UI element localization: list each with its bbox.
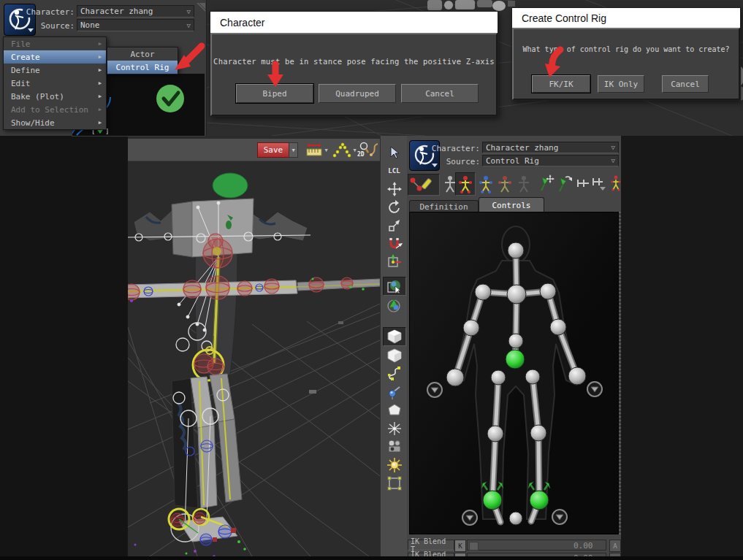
rotate-sphere-icon[interactable] bbox=[384, 296, 405, 314]
save-menu-arrow-icon[interactable]: ▼ bbox=[289, 142, 298, 158]
submenu-arrow-icon: ▶ bbox=[99, 80, 102, 86]
ik-blend-t-label: IK Blend T bbox=[408, 540, 454, 551]
menu-item-edit[interactable]: Edit ▶ bbox=[4, 77, 106, 90]
marker-pen-icon bbox=[422, 178, 432, 189]
source-select[interactable]: None ▽ bbox=[77, 19, 194, 31]
character-blue-figure-icon[interactable] bbox=[477, 174, 495, 194]
red-arrow-to-biped bbox=[264, 60, 286, 89]
local-axis-lcl-icon[interactable]: LCL bbox=[384, 162, 405, 180]
menu-item-bake-plot[interactable]: Bake (Plot) ▶ bbox=[4, 90, 106, 103]
joint-center-bottom[interactable] bbox=[509, 512, 522, 525]
rotate-icon[interactable] bbox=[384, 199, 405, 216]
spline-icon[interactable] bbox=[384, 365, 405, 383]
select-cursor-icon[interactable] bbox=[384, 144, 405, 161]
sphere-select-icon[interactable] bbox=[383, 277, 406, 296]
pin-rotate-icon[interactable] bbox=[556, 172, 574, 194]
red-arrow-to-control-rig bbox=[168, 40, 206, 75]
left-empty-area bbox=[0, 136, 128, 560]
menu-item-show-hide[interactable]: Show/Hide ▶ bbox=[4, 116, 106, 129]
save-button[interactable]: Save bbox=[257, 142, 289, 158]
cube-icon[interactable] bbox=[384, 347, 405, 364]
right-hand-expander[interactable] bbox=[587, 382, 602, 396]
camera-icon[interactable] bbox=[384, 438, 405, 456]
menu-item-define[interactable]: Define ▶ bbox=[4, 64, 106, 77]
cancel-button[interactable]: Cancel bbox=[401, 84, 479, 103]
character-field-label: Character: bbox=[0, 7, 75, 17]
light-icon[interactable] bbox=[384, 456, 405, 474]
ik-blend-t-value: 0.00 bbox=[574, 541, 593, 551]
right-foot-expander[interactable] bbox=[552, 510, 567, 524]
pin-translate-icon[interactable] bbox=[537, 172, 556, 194]
joint-spine[interactable] bbox=[508, 334, 523, 348]
joint-right-knee[interactable] bbox=[530, 425, 546, 441]
submenu-arrow-icon: ▶ bbox=[99, 107, 102, 112]
character-dialog-message: Character must be in stance pose facing … bbox=[212, 57, 496, 66]
joint-right-hand[interactable] bbox=[568, 367, 586, 385]
submenu-item-actor[interactable]: Actor bbox=[107, 47, 178, 61]
key-button[interactable]: K bbox=[454, 540, 466, 552]
main-viewport[interactable]: Save ▼ ▼ ▼ 2D bbox=[128, 136, 380, 560]
tab-controls[interactable]: Controls bbox=[479, 197, 544, 212]
joint-chest[interactable] bbox=[507, 285, 526, 304]
joint-right-elbow[interactable] bbox=[550, 319, 566, 335]
character-red-figure-icon[interactable] bbox=[496, 174, 514, 194]
quadruped-button[interactable]: Quadruped bbox=[319, 84, 396, 103]
slider-handle[interactable] bbox=[469, 542, 479, 551]
menu-item-file[interactable]: File ▶ bbox=[4, 37, 106, 50]
menu-item-create[interactable]: Create ▶ bbox=[4, 50, 106, 64]
joint-right-hip[interactable] bbox=[525, 369, 540, 384]
joint-hips[interactable] bbox=[506, 350, 525, 369]
submenu-arrow-icon: ▶ bbox=[99, 54, 102, 60]
character-select[interactable]: Character zhang ▽ bbox=[482, 142, 619, 153]
left-hand-expander[interactable] bbox=[427, 383, 442, 397]
ruler-menu-arrow-icon[interactable]: ▼ bbox=[323, 146, 329, 155]
joint-right-shoulder[interactable] bbox=[540, 283, 556, 299]
draw-curve-icon[interactable] bbox=[369, 142, 380, 158]
character-select[interactable]: Character zhang ▽ bbox=[77, 5, 194, 18]
motion-trail-icon[interactable] bbox=[332, 141, 351, 158]
translate-icon[interactable] bbox=[384, 180, 405, 198]
bottom-edge-strip bbox=[0, 556, 743, 560]
ruler-icon[interactable] bbox=[305, 142, 323, 158]
cube-solid-icon[interactable] bbox=[383, 327, 406, 346]
menu-item-add-to-selection[interactable]: Add to Selection ▶ bbox=[4, 103, 106, 116]
submenu-item-control-rig[interactable]: Control Rig bbox=[107, 61, 178, 74]
snap-magnet-icon[interactable] bbox=[384, 235, 405, 253]
null-marker-icon[interactable] bbox=[384, 420, 405, 437]
zoom-2d-icon[interactable]: 2D bbox=[357, 141, 369, 158]
joint-left-ankle[interactable] bbox=[483, 491, 502, 510]
joint-left-shoulder[interactable] bbox=[475, 284, 491, 300]
keying-group-icon[interactable] bbox=[575, 175, 591, 191]
panel-corner-grip bbox=[197, 3, 205, 12]
character-mini-figure-icon[interactable] bbox=[610, 174, 622, 194]
auto-key-button[interactable]: A bbox=[609, 540, 621, 552]
tab-definition[interactable]: Definition bbox=[409, 200, 479, 212]
source-select[interactable]: Control Rig ▽ bbox=[482, 155, 619, 166]
pane-scrollbar[interactable] bbox=[619, 212, 621, 534]
marquee-icon[interactable] bbox=[384, 475, 405, 492]
ik-only-button[interactable]: IK Only bbox=[598, 75, 644, 93]
joint-head[interactable] bbox=[508, 242, 524, 258]
character-representation-pane[interactable] bbox=[409, 212, 619, 534]
save-button-label: Save bbox=[264, 145, 283, 155]
frame-axis-icon[interactable] bbox=[384, 253, 405, 271]
polygon-icon[interactable] bbox=[384, 402, 405, 419]
character-active-figure-icon[interactable] bbox=[455, 172, 476, 196]
joint-left-knee[interactable] bbox=[487, 426, 503, 442]
joint-left-hand[interactable] bbox=[446, 369, 464, 386]
cancel-button[interactable]: Cancel bbox=[662, 75, 709, 93]
joint-left-elbow[interactable] bbox=[463, 320, 479, 336]
joint-right-ankle[interactable] bbox=[530, 491, 549, 510]
character-field-label: Character: bbox=[407, 144, 480, 153]
character-controls-panel: Character: Character zhang ▽ Source: Con… bbox=[407, 136, 621, 560]
character-disabled-figure-icon[interactable] bbox=[515, 174, 533, 194]
viewport-toolbar: Save ▼ ▼ ▼ 2D bbox=[128, 139, 380, 161]
bone-icon[interactable] bbox=[384, 383, 405, 401]
joint-left-hip[interactable] bbox=[491, 370, 506, 385]
create-control-rig-dialog-title: Create Control Rig bbox=[512, 8, 740, 28]
scale-icon[interactable] bbox=[384, 217, 405, 234]
toolbar-group-box bbox=[408, 174, 440, 196]
left-foot-expander[interactable] bbox=[462, 510, 477, 525]
viewport-3d-scene[interactable] bbox=[128, 162, 380, 556]
keying-group-menu-icon[interactable] bbox=[590, 175, 608, 193]
